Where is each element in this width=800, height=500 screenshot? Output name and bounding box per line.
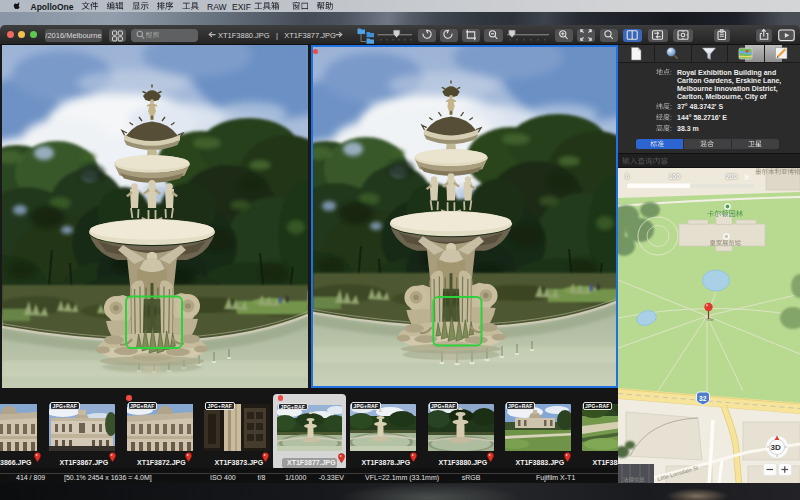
svg-text:32: 32 [699, 395, 707, 402]
svg-text:3D: 3D [771, 443, 781, 452]
